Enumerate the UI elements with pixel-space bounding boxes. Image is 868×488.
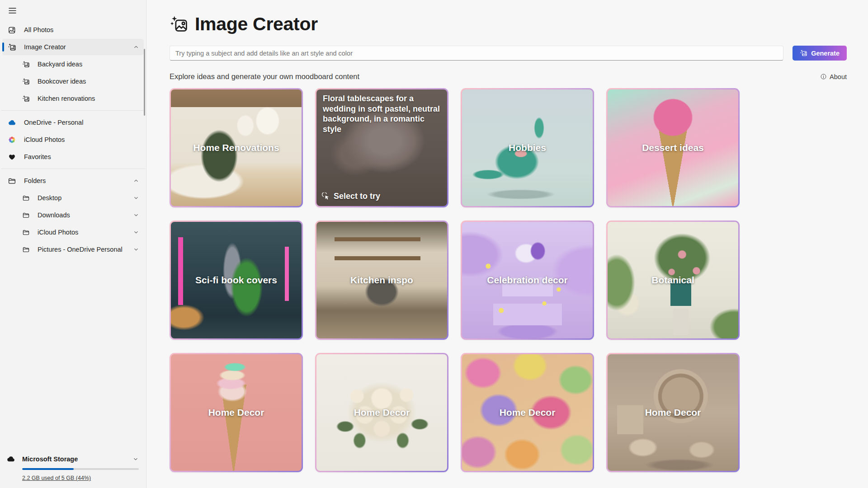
prompt-input[interactable] [170,46,783,61]
idea-card-celebration-decor[interactable]: Celebration decor [461,221,594,340]
sidebar-item-label: Image Creator [24,43,66,51]
idea-card-home-renovations[interactable]: Home Renovations [170,88,303,207]
page-title: Image Creator [195,14,318,35]
image-creator-icon [8,43,16,52]
card-label: Home Renovations [170,88,303,207]
chevron-down-icon[interactable] [132,456,139,462]
sidebar-item-desktop[interactable]: Desktop [2,190,144,206]
sidebar-item-label: iCloud Photos [38,229,78,236]
generate-sparkle-icon [800,49,807,57]
sidebar-divider [1,110,145,111]
select-to-try-label: Select to try [334,192,380,201]
storage-header[interactable]: Microsoft Storage [6,455,139,464]
sidebar-item-onedrive[interactable]: OneDrive - Personal [2,114,144,131]
storage-section: Microsoft Storage 2.2 GB used of 5 GB (4… [0,450,146,488]
sidebar-item-label: Kitchen renovations [38,95,95,102]
card-label: Kitchen inspo [315,221,448,340]
select-to-try[interactable]: Select to try [322,192,380,201]
sidebar-item-bookcover-ideas[interactable]: Bookcover ideas [2,73,144,89]
sidebar-item-icloud-photos-folder[interactable]: iCloud Photos [2,224,144,240]
sidebar-item-kitchen-renovations[interactable]: Kitchen renovations [2,90,144,107]
heart-icon [8,153,16,161]
sidebar-item-label: All Photos [24,26,53,33]
idea-card-kitchen-inspo[interactable]: Kitchen inspo [315,221,448,340]
icloud-flower-icon [8,136,16,144]
card-label: Home Decor [461,353,594,472]
chevron-down-icon[interactable] [133,212,139,218]
card-label: Home Decor [170,353,303,472]
card-label: Botanical [606,221,740,340]
idea-card-floral-prompt[interactable]: Floral tablescapes for a wedding in soft… [315,88,448,207]
sidebar-item-label: Bookcover ideas [38,78,86,85]
card-prompt-text: Floral tablescapes for a wedding in soft… [323,94,442,134]
folder-icon [22,246,30,253]
onedrive-cloud-icon [8,118,16,127]
sidebar-nav: All Photos Image Creator Backyard ideas … [0,21,146,450]
storage-progress-fill [22,468,74,470]
sidebar-scrollbar-thumb[interactable] [144,49,146,116]
about-link-label: About [830,73,847,80]
sidebar-item-label: Pictures - OneDrive Personal [38,246,123,253]
card-label: Dessert ideas [606,88,740,207]
sidebar-item-label: OneDrive - Personal [24,119,83,126]
sidebar-divider [1,169,145,169]
sidebar-item-label: Desktop [38,194,61,202]
storage-usage-link[interactable]: 2.2 GB used of 5 GB (44%) [22,475,91,481]
card-label: Home Decor [606,353,740,472]
sidebar-item-label: Favorites [24,153,51,160]
image-creator-icon [22,61,30,68]
sidebar-item-label: Downloads [38,211,70,219]
sidebar-item-pictures-onedrive[interactable]: Pictures - OneDrive Personal [2,241,144,258]
explore-row: Explore ideas and generate your own mood… [170,72,847,81]
chevron-down-icon[interactable] [133,195,139,201]
cursor-icon [322,192,330,201]
photos-icon [8,26,16,34]
storage-progress-track [22,468,139,470]
idea-card-scifi-book-covers[interactable]: Sci-fi book covers [170,221,303,340]
image-creator-icon [170,15,189,34]
moodboard-grid: Home Renovations Floral tablescapes for … [170,88,868,472]
about-link[interactable]: About [820,73,847,80]
menu-button[interactable] [4,3,21,18]
sidebar-item-label: iCloud Photos [24,136,65,143]
image-creator-icon [22,78,30,85]
chevron-up-icon[interactable] [133,178,139,184]
folder-icon [22,229,30,236]
chevron-down-icon[interactable] [133,229,139,235]
card-label: Celebration decor [461,221,594,340]
main-content: Image Creator Generate Explore ideas and… [147,0,868,488]
sidebar-item-label: Backyard ideas [38,61,82,68]
folder-icon [22,194,30,202]
card-label: Sci-fi book covers [170,221,303,340]
explore-heading: Explore ideas and generate your own mood… [170,72,359,81]
idea-card-home-decor-3[interactable]: Home Decor [461,353,594,472]
idea-card-dessert-ideas[interactable]: Dessert ideas [606,88,740,207]
idea-card-home-decor-4[interactable]: Home Decor [606,353,740,472]
page-header: Image Creator [170,14,868,35]
idea-card-home-decor-1[interactable]: Home Decor [170,353,303,472]
prompt-row: Generate [170,46,847,61]
sidebar-item-downloads[interactable]: Downloads [2,207,144,223]
sidebar: All Photos Image Creator Backyard ideas … [0,0,146,488]
sidebar-item-folders[interactable]: Folders [2,173,144,189]
idea-card-hobbies[interactable]: Hobbies [461,88,594,207]
storage-cloud-icon [6,455,15,464]
card-label: Home Decor [315,353,448,472]
idea-card-home-decor-2[interactable]: Home Decor [315,353,448,472]
chevron-up-icon[interactable] [133,44,139,50]
sidebar-item-all-photos[interactable]: All Photos [2,22,144,38]
generate-button-label: Generate [811,50,840,57]
info-icon [820,73,827,80]
idea-card-botanical[interactable]: Botanical [606,221,740,340]
sidebar-item-icloud-photos[interactable]: iCloud Photos [2,131,144,148]
storage-title: Microsoft Storage [22,455,132,463]
sidebar-item-backyard-ideas[interactable]: Backyard ideas [2,56,144,72]
image-creator-icon [22,95,30,103]
folder-icon [8,177,16,185]
chevron-down-icon[interactable] [133,246,139,253]
sidebar-item-image-creator[interactable]: Image Creator [2,39,144,55]
sidebar-item-favorites[interactable]: Favorites [2,149,144,165]
sidebar-item-label: Folders [24,177,46,184]
generate-button[interactable]: Generate [793,46,847,61]
folder-icon [22,211,30,219]
